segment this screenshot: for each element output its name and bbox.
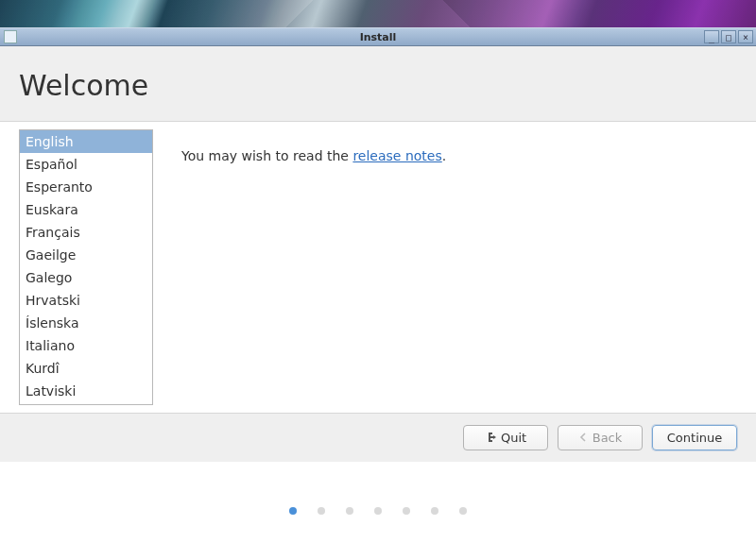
window-titlebar: Install _ □ × [0,27,756,46]
chevron-left-icon [578,433,588,444]
language-list[interactable]: EnglishEspañolEsperantoEuskaraFrançaisGa… [19,129,153,405]
language-option[interactable]: Kurdî [20,357,152,380]
back-button: Back [558,425,643,450]
page-dot[interactable] [459,507,467,515]
language-option[interactable]: English [20,130,152,153]
language-option[interactable]: Latviski [20,380,152,402]
page-dot[interactable] [374,507,382,515]
release-notes-link[interactable]: release notes [352,148,441,163]
desktop-background-strip [0,0,756,27]
heading-area: Welcome [0,46,756,121]
language-option[interactable]: Français [20,221,152,244]
window-controls: _ □ × [704,30,756,43]
app-icon [4,30,17,43]
quit-button[interactable]: Quit [463,425,548,450]
page-dot[interactable] [431,507,438,515]
language-option[interactable]: Español [20,153,152,176]
page-dot[interactable] [289,507,297,515]
continue-button-label: Continue [667,431,722,445]
minimize-icon: _ [709,32,714,42]
installer-window: Welcome EnglishEspañolEsperantoEuskaraFr… [0,46,756,462]
back-button-label: Back [593,431,623,445]
quit-button-label: Quit [501,431,526,445]
page-dot[interactable] [318,507,325,515]
welcome-text-suffix: . [442,148,446,163]
language-option[interactable]: Euskara [20,198,152,221]
button-row: Quit Back Continue [0,414,756,462]
content-row: EnglishEspañolEsperantoEuskaraFrançaisGa… [0,121,756,414]
language-option[interactable]: Galego [20,266,152,289]
page-title: Welcome [19,69,737,102]
quit-icon [485,432,496,445]
window-title: Install [0,31,756,43]
minimize-button[interactable]: _ [704,30,719,43]
welcome-text: You may wish to read the release notes. [181,129,446,405]
language-option[interactable]: Hrvatski [20,289,152,312]
page-indicator [0,462,756,560]
page-dot[interactable] [346,507,353,515]
close-icon: × [743,32,748,42]
welcome-text-prefix: You may wish to read the [181,148,352,163]
page-dot[interactable] [403,507,410,515]
language-option[interactable]: Esperanto [20,176,152,198]
continue-button[interactable]: Continue [652,425,737,450]
language-option[interactable]: Gaeilge [20,244,152,266]
maximize-icon: □ [726,32,731,42]
language-option[interactable]: Italiano [20,334,152,357]
close-button[interactable]: × [738,30,753,43]
language-option[interactable]: Íslenska [20,312,152,334]
maximize-button[interactable]: □ [721,30,736,43]
